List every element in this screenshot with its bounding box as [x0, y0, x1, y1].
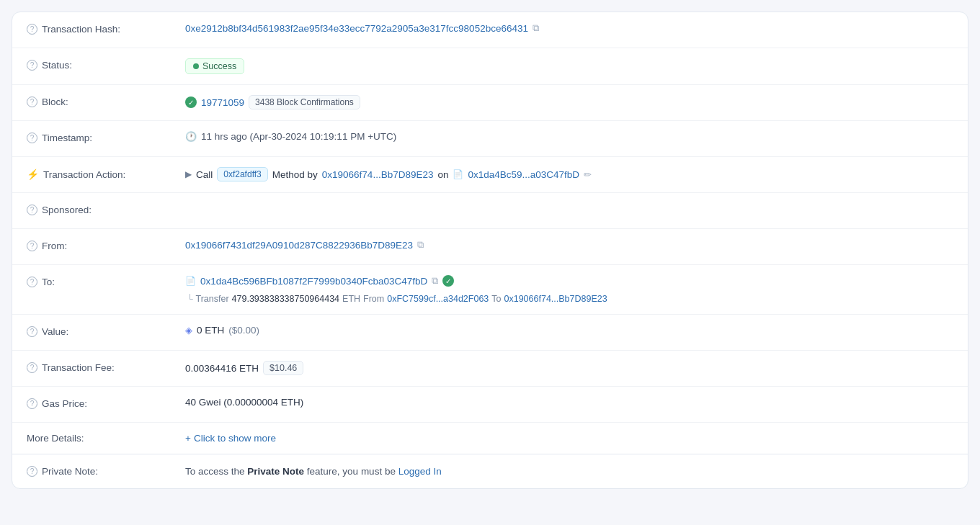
private-note-middle: feature, you must be: [304, 466, 398, 477]
help-icon-private: ?: [27, 466, 37, 477]
by-address-link[interactable]: 0x19066f74...Bb7D89E23: [322, 169, 434, 180]
fee-label: ? Transaction Fee:: [27, 361, 185, 373]
eth-icon-value: ◈: [185, 325, 192, 336]
show-more-text: Click to show more: [194, 433, 276, 444]
timestamp-text: 11 hrs ago (Apr-30-2024 10:19:11 PM +UTC…: [201, 131, 396, 142]
copy-to-icon[interactable]: ⧉: [432, 275, 438, 287]
status-label: ? Status:: [27, 58, 185, 71]
call-text: Call: [196, 169, 213, 180]
clock-icon: 🕐: [185, 131, 197, 142]
from-label: ? From:: [27, 239, 185, 251]
transfer-from-text: From: [363, 294, 384, 304]
edit-icon[interactable]: ✏: [584, 169, 592, 180]
fee-usd-badge: $10.46: [263, 361, 303, 375]
status-dot: [193, 63, 199, 69]
transfer-from-link[interactable]: 0xFC7599cf...a34d2F063: [387, 294, 489, 304]
help-icon-block: ?: [27, 97, 37, 107]
to-label: ? To:: [27, 275, 185, 287]
copy-from-icon[interactable]: ⧉: [417, 239, 424, 251]
help-icon-sponsored: ?: [27, 205, 37, 215]
help-icon-value: ?: [27, 326, 37, 337]
sponsored-row: ? Sponsored:: [12, 193, 968, 229]
gas-value: 40 Gwei (0.00000004 ETH): [185, 397, 953, 408]
transfer-currency: ETH: [342, 294, 360, 304]
block-row: ? Block: ✓ 19771059 3438 Block Confirmat…: [12, 85, 968, 121]
method-by-text: Method by: [272, 169, 318, 180]
from-value: 0x19066f7431df29A0910d287C8822936Bb7D89E…: [185, 239, 953, 251]
help-icon-timestamp: ?: [27, 133, 37, 143]
transfer-row: └ Transfer 479.393838338750964434 ETH Fr…: [185, 294, 953, 304]
value-label: ? Value:: [27, 325, 185, 337]
help-icon-status: ?: [27, 60, 37, 71]
action-value: ▶ Call 0xf2afdff3 Method by 0x19066f74..…: [185, 167, 953, 181]
transfer-label: Transfer: [196, 294, 229, 304]
from-row: ? From: 0x19066f7431df29A0910d287C882293…: [12, 229, 968, 265]
status-value: Success: [185, 58, 953, 74]
sponsored-label: ? Sponsored:: [27, 203, 185, 215]
from-address-link[interactable]: 0x19066f7431df29A0910d287C8822936Bb7D89E…: [185, 240, 413, 251]
gas-row: ? Gas Price: 40 Gwei (0.00000004 ETH): [12, 387, 968, 423]
block-number-link[interactable]: 19771059: [201, 97, 244, 108]
fee-value: 0.00364416 ETH $10.46: [185, 361, 953, 375]
transfer-to-link[interactable]: 0x19066f74...Bb7D89E23: [504, 294, 607, 304]
tx-hash-value: 0xe2912b8bf34d561983f2ae95f34e33ecc7792a…: [185, 22, 953, 34]
to-value: 📄 0x1da4Bc596BFb1087f2F7999b0340Fcba03C4…: [185, 275, 953, 304]
to-doc-icon: 📄: [185, 276, 196, 286]
value-row: ? Value: ◈ 0 ETH ($0.00): [12, 315, 968, 351]
plus-icon: +: [185, 433, 191, 444]
fee-eth: 0.00364416 ETH: [185, 363, 259, 374]
value-amount: ◈ 0 ETH ($0.00): [185, 325, 953, 336]
block-value: ✓ 19771059 3438 Block Confirmations: [185, 95, 953, 109]
tree-line: └: [187, 294, 193, 304]
to-verified-icon: ✓: [442, 275, 454, 287]
gas-label: ? Gas Price:: [27, 397, 185, 409]
action-row: ⚡ Transaction Action: ▶ Call 0xf2afdff3 …: [12, 157, 968, 193]
lightning-icon: ⚡: [27, 169, 39, 180]
block-verified-icon: ✓: [185, 97, 197, 108]
transfer-amount: 479.393838338750964434: [232, 294, 339, 304]
show-more-link[interactable]: + Click to show more: [185, 433, 276, 444]
help-icon-hash: ?: [27, 24, 37, 35]
timestamp-value: 🕐 11 hrs ago (Apr-30-2024 10:19:11 PM +U…: [185, 131, 953, 142]
status-badge: Success: [185, 58, 244, 74]
value-eth: 0 ETH: [197, 325, 224, 336]
private-note-text: To access the Private Note feature, you …: [185, 466, 442, 477]
more-details-label: More Details:: [27, 433, 185, 444]
on-text: on: [437, 169, 448, 180]
timestamp-row: ? Timestamp: 🕐 11 hrs ago (Apr-30-2024 1…: [12, 121, 968, 157]
contract-doc-icon: 📄: [453, 169, 463, 179]
value-usd: ($0.00): [228, 325, 259, 336]
to-contract-link[interactable]: 0x1da4Bc596BFb1087f2F7999b0340Fcba03C47f…: [200, 276, 427, 287]
block-confirmations-badge: 3438 Block Confirmations: [249, 95, 360, 109]
more-details-row: More Details: + Click to show more: [12, 423, 968, 454]
timestamp-label: ? Timestamp:: [27, 131, 185, 143]
help-icon-gas: ?: [27, 398, 37, 409]
fee-row: ? Transaction Fee: 0.00364416 ETH $10.46: [12, 351, 968, 387]
help-icon-fee: ?: [27, 362, 37, 373]
help-icon-from: ?: [27, 241, 37, 251]
private-note-bold: Private Note: [247, 466, 304, 477]
tx-hash-row: ? Transaction Hash: 0xe2912b8bf34d561983…: [12, 12, 968, 48]
private-note-row: ? Private Note: To access the Private No…: [12, 454, 968, 488]
tx-hash-label: ? Transaction Hash:: [27, 22, 185, 35]
to-address-row: 📄 0x1da4Bc596BFb1087f2F7999b0340Fcba03C4…: [185, 275, 454, 287]
logged-in-link[interactable]: Logged In: [398, 466, 442, 477]
tx-hash-text: 0xe2912b8bf34d561983f2ae95f34e33ecc7792a…: [185, 23, 528, 34]
to-row: ? To: 📄 0x1da4Bc596BFb1087f2F7999b0340Fc…: [12, 265, 968, 315]
copy-hash-icon[interactable]: ⧉: [533, 22, 539, 34]
private-note-before: To access the: [185, 466, 247, 477]
block-label: ? Block:: [27, 95, 185, 107]
transfer-to-text: To: [491, 294, 501, 304]
help-icon-to: ?: [27, 277, 37, 287]
method-badge: 0xf2afdff3: [217, 167, 268, 181]
action-label: ⚡ Transaction Action:: [27, 167, 185, 180]
call-arrow: ▶: [185, 169, 192, 179]
contract-address-link[interactable]: 0x1da4Bc59...a03C47fbD: [468, 169, 579, 180]
transaction-card: ? Transaction Hash: 0xe2912b8bf34d561983…: [12, 12, 968, 489]
private-note-label: ? Private Note:: [27, 466, 185, 477]
status-row: ? Status: Success: [12, 48, 968, 85]
gas-price-text: 40 Gwei (0.00000004 ETH): [185, 397, 303, 408]
